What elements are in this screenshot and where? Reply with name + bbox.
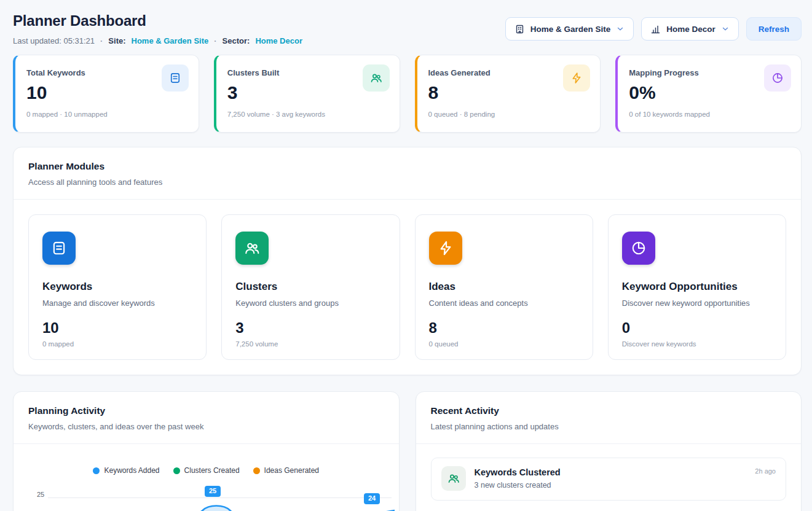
module-detail: Discover new keywords (622, 340, 772, 348)
legend-dot-blue (93, 467, 100, 474)
modules-grid: Keywords Manage and discover keywords 10… (14, 200, 801, 375)
legend-dot-green (173, 467, 180, 474)
y-axis-tick: 25 (37, 491, 44, 498)
users-icon (363, 64, 390, 92)
building-icon (514, 24, 525, 34)
header-left: Planner Dashboard Last updated: 05:31:21… (13, 10, 302, 45)
modules-title: Planner Modules (28, 161, 786, 172)
site-label: Site: (108, 36, 125, 45)
users-icon (441, 466, 466, 491)
module-value: 0 (622, 321, 772, 335)
chevron-down-icon (721, 25, 730, 33)
module-title: Ideas (429, 281, 579, 293)
bottom-row: Planning Activity Keywords, clusters, an… (13, 391, 802, 511)
note-icon (42, 232, 76, 265)
pie-chart-icon (622, 232, 655, 265)
stat-card-clusters-built: Clusters Built 3 7,250 volume · 3 avg ke… (214, 55, 400, 133)
modules-subtitle: Access all planning tools and features (28, 177, 786, 187)
recent-item-text: Keywords Clustered 3 new clusters create… (475, 466, 561, 490)
module-card-keyword-opportunities[interactable]: Keyword Opportunities Discover new keywo… (608, 214, 786, 360)
module-description: Discover new keyword opportunities (622, 298, 772, 308)
planner-dashboard-page: Planner Dashboard Last updated: 05:31:21… (0, 0, 812, 511)
legend-item-keywords-added[interactable]: Keywords Added (93, 466, 159, 475)
planning-activity-header: Planning Activity Keywords, clusters, an… (14, 392, 399, 444)
module-description: Content ideas and concepts (429, 298, 579, 308)
module-title: Clusters (235, 281, 385, 293)
planning-activity-card: Planning Activity Keywords, clusters, an… (13, 391, 400, 511)
recent-item-time: 2h ago (755, 467, 776, 475)
recent-activity-card: Recent Activity Latest planning actions … (416, 391, 802, 511)
pie-chart-icon (764, 64, 791, 92)
recent-activity-subtitle: Latest planning actions and updates (431, 422, 787, 431)
keywords-added-area-series (45, 496, 395, 511)
module-title: Keyword Opportunities (622, 281, 772, 293)
legend-item-ideas-generated[interactable]: Ideas Generated (253, 466, 319, 475)
recent-activity-list: Keywords Clustered 3 new clusters create… (416, 444, 802, 511)
stat-detail: 0 queued · 8 pending (428, 111, 589, 118)
module-card-clusters[interactable]: Clusters Keyword clusters and groups 3 7… (221, 214, 400, 360)
stat-detail: 7,250 volume · 3 avg keywords (227, 111, 388, 118)
page-header: Planner Dashboard Last updated: 05:31:21… (13, 10, 802, 45)
site-selector-dropdown[interactable]: Home & Garden Site (505, 17, 634, 41)
recent-activity-item[interactable]: Keywords Clustered 3 new clusters create… (431, 458, 787, 501)
note-icon (162, 64, 189, 92)
stats-row: Total Keywords 10 0 mapped · 10 unmapped… (13, 55, 802, 133)
stat-detail: 0 mapped · 10 unmapped (26, 111, 187, 118)
modules-header: Planner Modules Access all planning tool… (14, 147, 801, 199)
planning-activity-title: Planning Activity (28, 405, 384, 416)
planner-modules-section: Planner Modules Access all planning tool… (13, 147, 802, 375)
site-selector-value: Home & Garden Site (530, 25, 611, 34)
meta-row: Last updated: 05:31:21 · Site: Home & Ga… (13, 36, 302, 45)
sector-selector-value: Home Decor (666, 25, 715, 34)
stat-detail: 0 of 10 keywords mapped (629, 111, 790, 118)
legend-item-clusters-created[interactable]: Clusters Created (173, 466, 240, 475)
legend-label: Clusters Created (184, 466, 240, 475)
module-card-keywords[interactable]: Keywords Manage and discover keywords 10… (28, 214, 207, 360)
bar-chart-icon (650, 24, 661, 34)
stat-card-mapping-progress: Mapping Progress 0% 0 of 10 keywords map… (615, 55, 802, 133)
legend-dot-orange (253, 467, 260, 474)
planning-activity-chart: 25 25 24 (14, 485, 399, 511)
module-title: Keywords (42, 281, 192, 293)
module-detail: 7,250 volume (235, 340, 385, 348)
module-detail: 0 mapped (42, 340, 192, 348)
legend-label: Keywords Added (104, 466, 159, 475)
planning-activity-subtitle: Keywords, clusters, and ideas over the p… (28, 422, 384, 431)
module-card-ideas[interactable]: Ideas Content ideas and concepts 8 0 que… (415, 214, 593, 360)
users-icon (235, 232, 269, 265)
recent-item-title: Keywords Clustered (475, 467, 561, 477)
recent-activity-header: Recent Activity Latest planning actions … (416, 392, 802, 444)
site-link[interactable]: Home & Garden Site (132, 36, 209, 45)
page-title: Planner Dashboard (13, 12, 302, 29)
bolt-icon (563, 64, 590, 92)
recent-activity-title: Recent Activity (431, 405, 787, 416)
header-controls: Home & Garden Site Home Decor Refresh (505, 17, 802, 41)
sector-selector-dropdown[interactable]: Home Decor (641, 17, 739, 41)
module-description: Keyword clusters and groups (235, 298, 385, 308)
chart-legend: Keywords Added Clusters Created Ideas Ge… (14, 466, 399, 475)
recent-item-description: 3 new clusters created (475, 481, 561, 490)
module-value: 10 (42, 321, 192, 335)
bolt-icon (429, 232, 462, 265)
meta-separator: · (214, 36, 216, 45)
module-detail: 0 queued (429, 340, 579, 348)
data-point-label: 25 (205, 486, 221, 497)
refresh-button[interactable]: Refresh (746, 17, 802, 41)
meta-separator: · (100, 36, 103, 45)
stat-card-ideas-generated: Ideas Generated 8 0 queued · 8 pending (415, 55, 601, 133)
last-updated-text: Last updated: 05:31:21 (13, 36, 95, 45)
data-point-label: 24 (364, 493, 380, 504)
sector-link[interactable]: Home Decor (255, 36, 302, 45)
module-value: 3 (235, 321, 385, 335)
legend-label: Ideas Generated (264, 466, 319, 475)
chevron-down-icon (616, 25, 625, 33)
module-value: 8 (429, 321, 579, 335)
sector-label: Sector: (223, 36, 250, 45)
stat-card-total-keywords: Total Keywords 10 0 mapped · 10 unmapped (13, 55, 199, 133)
module-description: Manage and discover keywords (42, 298, 192, 308)
